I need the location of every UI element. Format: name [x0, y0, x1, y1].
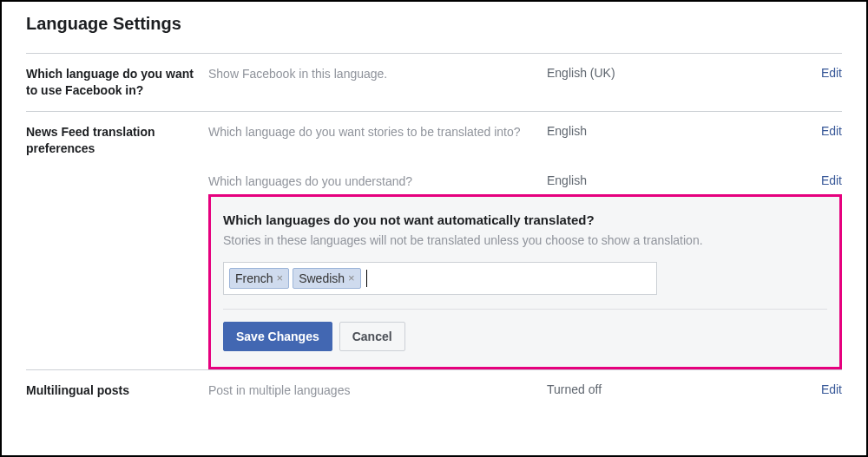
setting-description: Post in multiple languages	[208, 382, 547, 400]
setting-value: Turned off	[547, 382, 812, 396]
setting-value: English	[547, 173, 812, 187]
setting-description: Which languages do you understand?	[208, 173, 547, 191]
edit-link[interactable]: Edit	[812, 66, 842, 80]
page-title: Language Settings	[26, 14, 842, 53]
setting-description: Which language do you want stories to be…	[208, 124, 547, 141]
divider	[223, 309, 827, 310]
setting-description: Show Facebook in this language.	[208, 66, 547, 83]
language-token: Swedish ×	[293, 268, 361, 289]
token-label: Swedish	[299, 271, 345, 285]
token-remove-icon[interactable]: ×	[277, 272, 284, 284]
setting-label: Multilingual posts	[26, 382, 208, 399]
setting-row-multilingual-posts: Multilingual posts Post in multiple lang…	[26, 369, 842, 412]
token-remove-icon[interactable]: ×	[348, 272, 355, 284]
panel-description: Stories in these languages will not be t…	[223, 232, 827, 250]
setting-subrow-understand: Which languages do you understand? Engli…	[208, 151, 842, 191]
panel-title: Which languages do you not want automati…	[223, 212, 827, 227]
edit-link[interactable]: Edit	[812, 173, 842, 187]
setting-expanded-not-translate: Which languages do you not want automati…	[26, 194, 842, 369]
setting-value: English	[547, 124, 812, 138]
language-token: French ×	[229, 268, 289, 289]
text-caret	[366, 270, 367, 287]
setting-label: News Feed translation preferences	[26, 124, 208, 157]
save-changes-button[interactable]: Save Changes	[223, 322, 332, 351]
cancel-button[interactable]: Cancel	[339, 322, 405, 351]
setting-subrow-translate-into: Which language do you want stories to be…	[208, 124, 842, 152]
setting-label: Which language do you want to use Facebo…	[26, 66, 208, 99]
edit-link[interactable]: Edit	[812, 124, 842, 138]
setting-row-translation-preferences: News Feed translation preferences Which …	[26, 111, 842, 191]
edit-link[interactable]: Edit	[812, 382, 842, 396]
token-label: French	[235, 271, 273, 285]
setting-value: English (UK)	[547, 66, 812, 80]
setting-row-facebook-language: Which language do you want to use Facebo…	[26, 53, 842, 111]
language-token-input[interactable]: French × Swedish ×	[223, 262, 657, 295]
